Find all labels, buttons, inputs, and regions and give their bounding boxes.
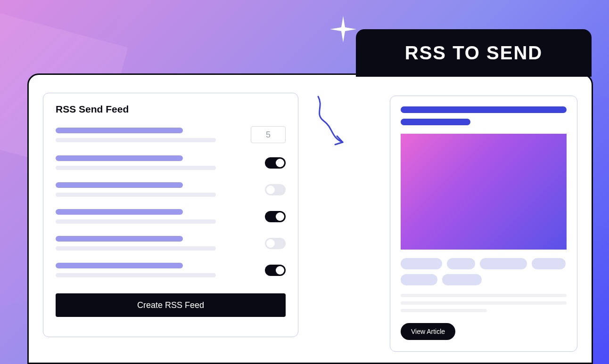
skeleton-sublabel	[56, 219, 216, 224]
skeleton-label	[56, 209, 183, 215]
view-article-button[interactable]: View Article	[401, 323, 455, 340]
skeleton-label	[56, 182, 183, 188]
tag-pill	[401, 274, 437, 285]
rss-form-card: RSS Send Feed	[43, 93, 298, 337]
toggle-switch[interactable]	[265, 265, 286, 276]
sparkle-icon	[329, 15, 357, 43]
skeleton-label	[56, 263, 183, 268]
skeleton-sublabel	[56, 166, 216, 170]
preview-title-skeleton	[401, 106, 567, 113]
form-row	[56, 263, 286, 277]
form-row-text	[56, 209, 265, 224]
arrow-icon	[305, 93, 357, 149]
tag-pill	[442, 274, 482, 285]
form-row	[56, 182, 286, 197]
toggle-switch[interactable]	[265, 238, 286, 249]
toggle-switch[interactable]	[265, 211, 286, 222]
preview-title-skeleton	[401, 119, 470, 125]
form-row	[56, 209, 286, 224]
form-row-text	[56, 236, 265, 251]
preview-tags	[401, 258, 567, 285]
tag-pill	[532, 258, 566, 269]
skeleton-label	[56, 128, 183, 133]
skeleton-sublabel	[56, 246, 216, 251]
form-row-text	[56, 128, 251, 142]
header-card: RSS TO SEND	[356, 29, 592, 77]
toggle-switch[interactable]	[265, 184, 286, 195]
skeleton-label	[56, 236, 183, 242]
form-row	[56, 155, 286, 170]
article-preview-card: View Article	[390, 96, 577, 352]
form-row	[56, 236, 286, 251]
preview-body-skeleton	[401, 294, 567, 312]
skeleton-label	[56, 155, 183, 161]
preview-hero-image	[401, 134, 567, 250]
toggle-switch[interactable]	[265, 157, 286, 169]
skeleton-sublabel	[56, 138, 216, 142]
create-rss-feed-button[interactable]: Create RSS Feed	[56, 293, 286, 317]
form-row-text	[56, 155, 265, 170]
header-title: RSS TO SEND	[373, 42, 575, 64]
form-row-text	[56, 182, 265, 197]
form-heading: RSS Send Feed	[56, 104, 286, 115]
tag-pill	[401, 258, 442, 269]
main-container: RSS Send Feed	[27, 73, 593, 364]
form-row-text	[56, 263, 265, 277]
skeleton-sublabel	[56, 273, 216, 277]
form-row	[56, 126, 286, 143]
count-input[interactable]	[251, 126, 286, 143]
tag-pill	[447, 258, 475, 269]
tag-pill	[480, 258, 527, 269]
skeleton-sublabel	[56, 193, 216, 197]
